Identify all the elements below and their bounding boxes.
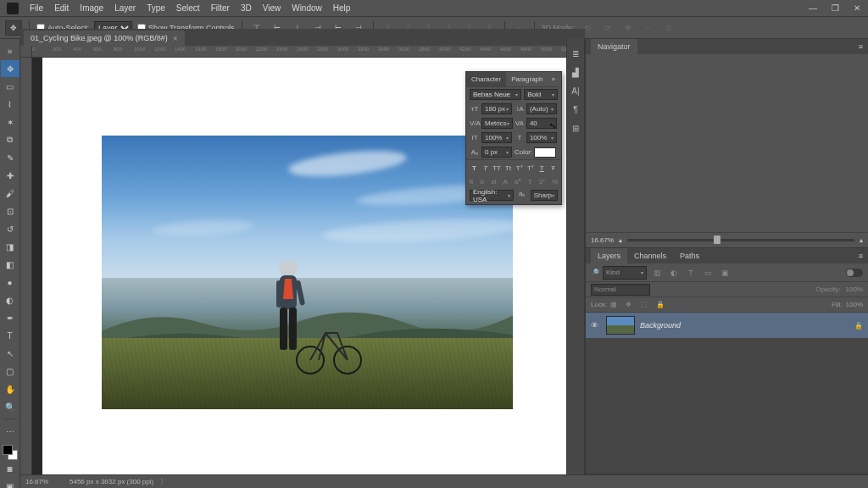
3d-slide-icon[interactable]: ↔	[641, 20, 656, 36]
channels-tab[interactable]: Channels	[627, 248, 673, 263]
antialias-select[interactable]: Sharp	[531, 190, 558, 201]
baseline-input[interactable]: 0 px	[481, 147, 512, 158]
tracking-input[interactable]: 40	[526, 118, 557, 129]
history-tool[interactable]: ↺	[1, 220, 19, 237]
filter-type-icon[interactable]: T	[684, 266, 698, 280]
dock-para-icon[interactable]: ¶	[568, 102, 583, 117]
zoom-in-icon[interactable]: ▴	[860, 236, 863, 244]
ot-swsh-button[interactable]: A	[504, 178, 508, 186]
navigator-tab[interactable]: Navigator	[591, 39, 637, 54]
zoom-out-icon[interactable]: ▴	[619, 236, 622, 244]
panel-menu-icon[interactable]: ≡	[559, 75, 570, 83]
menu-image[interactable]: Image	[75, 3, 108, 13]
zoom-slider[interactable]	[627, 239, 854, 241]
zoom-value[interactable]: 16.67%	[591, 236, 614, 244]
ot-salt-button[interactable]: aª	[515, 178, 520, 186]
menu-view[interactable]: View	[258, 3, 287, 13]
font-style-select[interactable]: Bold	[524, 89, 558, 100]
filter-pixel-icon[interactable]: ▥	[650, 266, 664, 280]
lasso-tool[interactable]: ⌇	[1, 96, 19, 113]
vscale-input[interactable]: 100%	[481, 132, 512, 143]
lock-pixels-icon[interactable]: ▦	[610, 301, 622, 308]
lock-icon[interactable]: 🔒	[854, 322, 863, 330]
layer-filter-kind[interactable]: Kind	[603, 266, 647, 280]
menu-type[interactable]: Type	[142, 3, 170, 13]
menu-select[interactable]: Select	[171, 3, 205, 13]
wand-tool[interactable]: ✶	[1, 114, 19, 130]
dock-libraries-icon[interactable]: ≣	[568, 46, 583, 61]
marquee-tool[interactable]: ▭	[1, 78, 19, 95]
paragraph-tab[interactable]: Paragraph	[506, 72, 548, 86]
zoom-tool[interactable]: 🔍	[1, 398, 19, 415]
screenmode-icon[interactable]: ▣	[1, 478, 19, 488]
menu-3d[interactable]: 3D	[236, 3, 257, 13]
menu-edit[interactable]: Edit	[49, 3, 74, 13]
filter-shape-icon[interactable]: ▭	[701, 266, 715, 280]
menu-filter[interactable]: Filter	[206, 3, 235, 13]
layers-tab[interactable]: Layers	[591, 248, 627, 263]
ot-calt-button[interactable]: σ	[480, 178, 484, 186]
character-tab[interactable]: Character	[466, 72, 506, 86]
status-zoom[interactable]: 16.67%	[25, 478, 63, 485]
hand-tool[interactable]: ✋	[1, 380, 19, 397]
menu-layer[interactable]: Layer	[109, 3, 141, 13]
eraser-tool[interactable]: ◨	[1, 238, 19, 255]
edit-toolbar-icon[interactable]: ⋯	[1, 423, 19, 440]
language-select[interactable]: English: USA	[470, 190, 514, 201]
navigator-preview[interactable]	[586, 54, 868, 232]
opacity-value[interactable]: 100%	[846, 286, 863, 293]
dock-char-icon[interactable]: A|	[568, 83, 583, 98]
foreground-swatch[interactable]	[3, 445, 13, 455]
ruler-vertical[interactable]	[20, 58, 32, 474]
dodge-tool[interactable]: ◐	[1, 291, 19, 308]
ot-titl-button[interactable]: T	[528, 178, 532, 186]
document-tab[interactable]: 01_Cycling Bike.jpeg @ 100% (RGB/8#) ×	[24, 30, 185, 46]
crop-tool[interactable]: ⧉	[1, 131, 19, 148]
allcaps-button[interactable]: TT	[492, 163, 502, 173]
font-size-input[interactable]: 180 px	[481, 103, 512, 114]
menu-window[interactable]: Window	[287, 3, 327, 13]
3d-zoom-icon[interactable]: ⊙	[661, 20, 676, 36]
stamp-tool[interactable]: ⊡	[1, 202, 19, 219]
subscript-button[interactable]: Tᵀ	[526, 163, 535, 173]
character-panel[interactable]: Character Paragraph » ≡ Bebas Neue Bold …	[465, 71, 562, 205]
faux-italic-button[interactable]: T	[481, 163, 490, 173]
menu-file[interactable]: File	[25, 3, 48, 13]
pen-tool[interactable]: ✒	[1, 309, 19, 326]
window-close[interactable]: ✕	[846, 0, 868, 16]
leading-input[interactable]: (Auto)	[526, 103, 557, 114]
gradient-tool[interactable]: ◧	[1, 256, 19, 273]
lock-artboard-icon[interactable]: ⬚	[641, 301, 653, 308]
hscale-input[interactable]: 100%	[526, 132, 557, 143]
filter-toggle[interactable]	[846, 269, 863, 277]
window-minimize[interactable]: —	[802, 0, 824, 16]
smallcaps-button[interactable]: Tt	[504, 163, 513, 173]
visibility-icon[interactable]: 👁	[591, 321, 601, 330]
window-restore[interactable]: ❐	[824, 0, 846, 16]
kerning-input[interactable]: Metrics	[481, 118, 513, 129]
filter-smart-icon[interactable]: ▣	[718, 266, 732, 280]
shape-tool[interactable]: ▢	[1, 363, 19, 380]
panel-collapse-icon[interactable]: »	[548, 75, 558, 83]
navigator-menu-icon[interactable]: ≡	[854, 39, 868, 54]
tool-preset-icon[interactable]: ✥	[5, 20, 22, 36]
tool-handle-icon[interactable]: »	[1, 42, 19, 59]
heal-tool[interactable]: ✚	[1, 167, 19, 184]
dock-adjust-icon[interactable]: ▟	[568, 64, 583, 80]
faux-bold-button[interactable]: T	[470, 163, 479, 173]
color-swatches[interactable]	[3, 445, 18, 460]
ruler-horizontal[interactable]: 0200400600800100012001400160018002000220…	[32, 46, 585, 58]
layer-name-label[interactable]: Background	[640, 321, 681, 330]
font-family-select[interactable]: Bebas Neue	[470, 89, 521, 100]
ruler-origin[interactable]	[20, 46, 32, 58]
filter-adjust-icon[interactable]: ◐	[667, 266, 681, 280]
quickmask-icon[interactable]: ◙	[1, 460, 19, 477]
3d-roll-icon[interactable]: ⟳	[600, 20, 615, 36]
dock-glyphs-icon[interactable]: ⊞	[568, 120, 583, 136]
ot-ordn-button[interactable]: 1ˢ	[539, 178, 545, 186]
underline-button[interactable]: T	[537, 163, 547, 173]
path-tool[interactable]: ↖	[1, 345, 19, 362]
ot-frac-button[interactable]: ½	[552, 178, 558, 186]
lock-all-icon[interactable]: 🔒	[656, 301, 668, 308]
ot-liga-button[interactable]: fi	[470, 178, 473, 186]
